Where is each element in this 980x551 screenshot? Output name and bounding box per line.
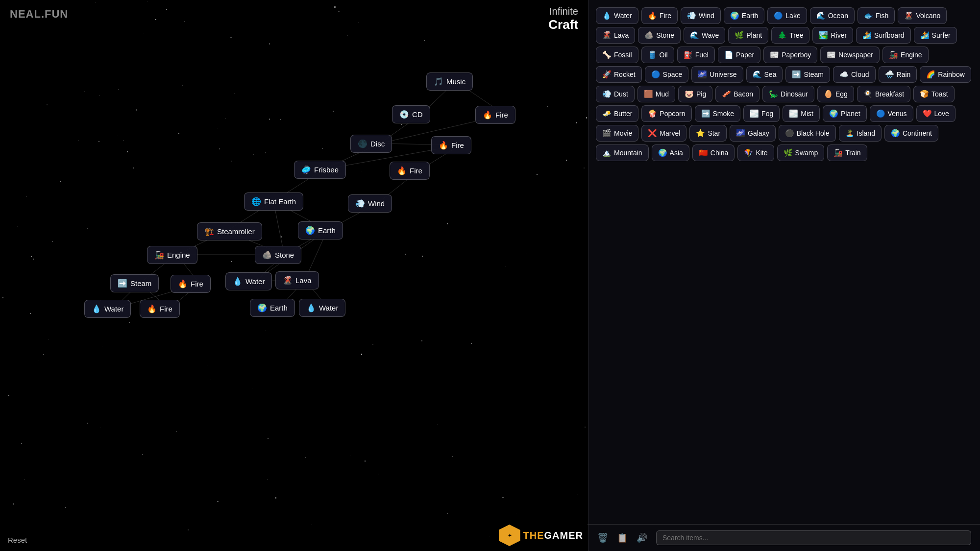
- craft-node-steamroller[interactable]: 🏗️Steamroller: [197, 222, 262, 240]
- sidebar-item[interactable]: 🏝️Island: [839, 125, 882, 142]
- sidebar-item[interactable]: 🌲Tree: [771, 27, 809, 44]
- item-label: Mountain: [614, 149, 642, 157]
- node-label: Flat Earth: [264, 197, 296, 206]
- sidebar-item[interactable]: 💧Water: [596, 7, 638, 24]
- sidebar-item[interactable]: 🌍Planet: [823, 105, 867, 122]
- sidebar-item[interactable]: 🌌Galaxy: [730, 125, 776, 142]
- sidebar-item[interactable]: 📄Paper: [718, 47, 760, 63]
- node-label: Steam: [130, 279, 151, 287]
- sidebar-item[interactable]: 🦴Fossil: [596, 47, 638, 63]
- sidebar-item[interactable]: 🌫️Fog: [743, 105, 780, 122]
- sidebar-item[interactable]: 🦕Dinosaur: [762, 86, 814, 102]
- sidebar-item[interactable]: 💨Dust: [596, 86, 635, 102]
- craft-node-cd[interactable]: 💿CD: [392, 105, 430, 123]
- sidebar-item[interactable]: ➡️Smoke: [695, 105, 741, 122]
- craft-node-disc[interactable]: 🌑Disc: [350, 135, 392, 153]
- sidebar-item[interactable]: 🌊Ocean: [810, 7, 855, 24]
- sidebar-item[interactable]: 🌈Rainbow: [920, 66, 971, 83]
- craft-canvas[interactable]: 🎵Music💿CD🔥Fire🌑Disc🔥Fire🥏Frisbee🔥Fire🌐Fl…: [0, 0, 588, 551]
- trash-icon[interactable]: 🗑️: [597, 532, 608, 543]
- sidebar-item[interactable]: 🌫️Mist: [783, 105, 820, 122]
- craft-node-fire3[interactable]: 🔥Fire: [475, 106, 515, 124]
- sidebar-item[interactable]: 🪨Stone: [638, 27, 681, 44]
- sidebar-item[interactable]: 🔵Lake: [767, 7, 807, 24]
- item-label: Planet: [841, 110, 860, 118]
- craft-node-frisbee[interactable]: 🥏Frisbee: [294, 161, 346, 179]
- sidebar-item[interactable]: 💨Wind: [681, 7, 721, 24]
- sidebar-item[interactable]: 🌿Plant: [728, 27, 768, 44]
- craft-node-earth2[interactable]: 🌍Earth: [250, 299, 295, 317]
- sidebar-item[interactable]: 📰Paperboy: [763, 47, 817, 63]
- item-emoji: 🦴: [602, 50, 612, 59]
- item-emoji: 🏄: [862, 31, 872, 40]
- craft-node-fire4[interactable]: 🔥Fire: [390, 162, 430, 180]
- sidebar-item[interactable]: 🪁Kite: [737, 144, 774, 161]
- sidebar-item[interactable]: 🛢️Oil: [641, 47, 674, 63]
- craft-node-flat_earth[interactable]: 🌐Flat Earth: [244, 192, 303, 211]
- sidebar-item[interactable]: 🏞️River: [812, 27, 853, 44]
- sidebar-item[interactable]: 🐟Fish: [858, 7, 895, 24]
- sidebar-item[interactable]: 🌋Volcano: [898, 7, 947, 24]
- sidebar-item[interactable]: 🏄Surfboard: [856, 27, 910, 44]
- sidebar-item[interactable]: 🏔️Mountain: [596, 144, 649, 161]
- sidebar-item[interactable]: 🌍Earth: [724, 7, 764, 24]
- craft-node-water_b[interactable]: 💧Water: [84, 300, 131, 318]
- sidebar-item[interactable]: ❤️Love: [916, 105, 956, 122]
- search-input[interactable]: [656, 530, 971, 545]
- copy-icon[interactable]: 📋: [617, 532, 628, 543]
- sidebar-item[interactable]: ⛽Fuel: [677, 47, 715, 63]
- sidebar-item[interactable]: 🌊Wave: [684, 27, 725, 44]
- sidebar-item[interactable]: 🔵Venus: [870, 105, 913, 122]
- craft-node-wind[interactable]: 💨Wind: [348, 194, 392, 213]
- node-emoji: 💨: [355, 199, 365, 208]
- sidebar-item[interactable]: 🚂Train: [827, 144, 867, 161]
- item-emoji: 🔥: [648, 11, 657, 20]
- craft-node-fire1[interactable]: 🔥Fire: [171, 275, 211, 293]
- sidebar-item[interactable]: 🔵Space: [645, 66, 689, 83]
- sidebar-item[interactable]: ❌Marvel: [641, 125, 686, 142]
- craft-node-earth1[interactable]: 🌍Earth: [298, 221, 343, 240]
- sidebar-item[interactable]: ☁️Cloud: [833, 66, 876, 83]
- sidebar-item[interactable]: 🌧️Rain: [879, 66, 917, 83]
- craft-node-fire_b[interactable]: 🔥Fire: [140, 300, 180, 318]
- craft-node-water1[interactable]: 💧Water: [225, 272, 272, 290]
- sidebar-item[interactable]: 🌊Sea: [746, 66, 783, 83]
- item-label: Asia: [670, 149, 683, 157]
- craft-node-lava[interactable]: 🌋Lava: [275, 271, 319, 289]
- craft-node-water2[interactable]: 💧Water: [299, 299, 345, 317]
- node-label: Music: [446, 77, 466, 86]
- sidebar-item[interactable]: 🚂Engine: [882, 47, 929, 63]
- sidebar-item[interactable]: 🌿Swamp: [777, 144, 825, 161]
- sidebar-item[interactable]: 🌍Asia: [652, 144, 689, 161]
- sidebar-item[interactable]: 🔥Fire: [641, 7, 678, 24]
- craft-node-stone[interactable]: 🪨Stone: [255, 246, 301, 264]
- sidebar-item[interactable]: 🏄Surfer: [914, 27, 957, 44]
- sidebar-item[interactable]: 🟫Mud: [637, 86, 675, 102]
- sidebar-item[interactable]: 🎬Movie: [596, 125, 638, 142]
- sidebar-item[interactable]: 🥚Egg: [817, 86, 854, 102]
- sound-icon[interactable]: 🔊: [637, 532, 647, 543]
- node-emoji: 🔥: [147, 304, 157, 313]
- sidebar-item[interactable]: 🧈Butter: [596, 105, 638, 122]
- sidebar-item[interactable]: ➡️Steam: [785, 66, 830, 83]
- sidebar-item[interactable]: 🐷Pig: [678, 86, 712, 102]
- craft-node-steam1[interactable]: ➡️Steam: [110, 274, 159, 292]
- sidebar-item[interactable]: 🌌Universe: [691, 66, 743, 83]
- sidebar-item[interactable]: 🥓Bacon: [715, 86, 760, 102]
- craft-node-engine[interactable]: 🚂Engine: [147, 246, 197, 264]
- sidebar-item[interactable]: 🚀Rocket: [596, 66, 642, 83]
- sidebar-item[interactable]: 🌍Continent: [884, 125, 938, 142]
- sidebar-item[interactable]: ⭐Star: [689, 125, 727, 142]
- sidebar-item[interactable]: 📰Newspaper: [820, 47, 880, 63]
- sidebar-item[interactable]: 🍳Breakfast: [857, 86, 910, 102]
- craft-node-fire2[interactable]: 🔥Fire: [431, 136, 471, 154]
- item-emoji: ☁️: [839, 70, 849, 79]
- reset-button[interactable]: Reset: [8, 536, 27, 544]
- item-emoji: 🌍: [829, 109, 838, 118]
- craft-node-music[interactable]: 🎵Music: [426, 72, 473, 91]
- sidebar-item[interactable]: 🇨🇳China: [692, 144, 735, 161]
- sidebar-item[interactable]: ⚫Black Hole: [779, 125, 836, 142]
- sidebar-item[interactable]: 🌋Lava: [596, 27, 635, 44]
- sidebar-item[interactable]: 🍿Popcorn: [641, 105, 691, 122]
- sidebar-item[interactable]: 🍞Toast: [913, 86, 954, 102]
